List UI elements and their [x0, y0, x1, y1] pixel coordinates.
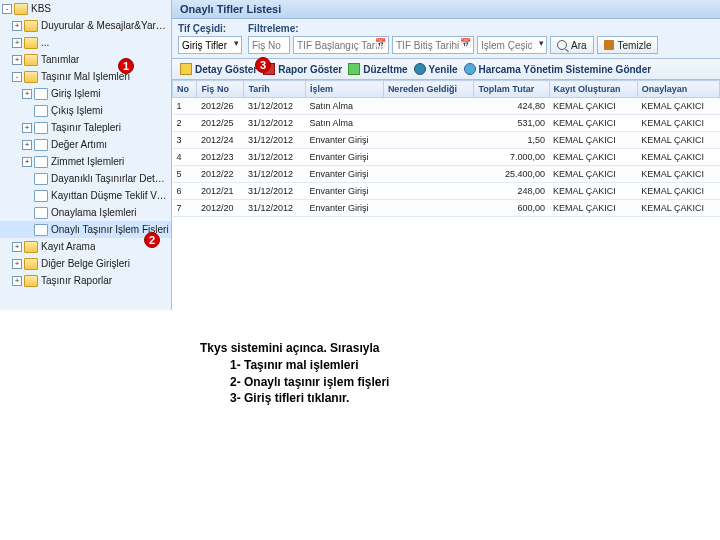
tree-node[interactable]: Çıkış İşlemi: [0, 102, 171, 119]
cell: KEMAL ÇAKICI: [549, 132, 637, 149]
expand-icon[interactable]: +: [22, 157, 32, 167]
expand-icon[interactable]: +: [12, 55, 22, 65]
collapse-icon[interactable]: -: [2, 4, 12, 14]
tree-node[interactable]: +Değer Artımı: [0, 136, 171, 153]
instruction-line: Tkys sistemini açınca. Sırasıyla: [200, 340, 720, 357]
tree-node[interactable]: +...: [0, 34, 171, 51]
collapse-icon[interactable]: -: [12, 72, 22, 82]
column-header[interactable]: Toplam Tutar: [474, 81, 549, 98]
expand-icon[interactable]: +: [12, 38, 22, 48]
page-icon: [34, 139, 48, 151]
table-row[interactable]: 12012/2631/12/2012Satın Alma424,80KEMAL …: [173, 98, 720, 115]
expand-icon[interactable]: +: [12, 242, 22, 252]
tree-node[interactable]: -Taşınır Mal İşlemleri: [0, 68, 171, 85]
table-row[interactable]: 52012/2231/12/2012Envanter Girişi25.400,…: [173, 166, 720, 183]
column-header[interactable]: Nereden Geldiği: [383, 81, 474, 98]
spacer: [22, 106, 32, 116]
cell: 2012/20: [197, 200, 244, 217]
cell: 31/12/2012: [244, 98, 306, 115]
tree-node-label: Giriş İşlemi: [51, 88, 100, 99]
tree-node-label: Kayıt Arama: [41, 241, 95, 252]
detail-button[interactable]: Detay Göster: [180, 63, 257, 75]
column-header[interactable]: Kayıt Oluşturan: [549, 81, 637, 98]
cell: 3: [173, 132, 197, 149]
report-label: Rapor Göster: [278, 64, 342, 75]
send-button[interactable]: Harcama Yönetim Sistemine Gönder: [464, 63, 652, 75]
cell: 2012/24: [197, 132, 244, 149]
cell: KEMAL ÇAKICI: [549, 166, 637, 183]
clear-button[interactable]: Temizle: [597, 36, 659, 54]
tree-node[interactable]: +Tanımlar: [0, 51, 171, 68]
fisno-input[interactable]: [248, 36, 290, 54]
column-header[interactable]: Fiş No: [197, 81, 244, 98]
cell: KEMAL ÇAKICI: [549, 98, 637, 115]
cell: Envanter Girişi: [306, 149, 384, 166]
cell: 6: [173, 183, 197, 200]
tree-node-label: Çıkış İşlemi: [51, 105, 103, 116]
filter-label: Filtreleme:: [248, 23, 658, 34]
cell: Envanter Girişi: [306, 166, 384, 183]
refresh-button[interactable]: Yenile: [414, 63, 458, 75]
table-row[interactable]: 62012/2131/12/2012Envanter Girişi248,00K…: [173, 183, 720, 200]
folder-icon: [24, 54, 38, 66]
cell: KEMAL ÇAKICI: [549, 115, 637, 132]
callout-3: 3: [255, 57, 271, 73]
cell: Envanter Girişi: [306, 183, 384, 200]
cell: KEMAL ÇAKICI: [637, 200, 719, 217]
expand-icon[interactable]: +: [22, 123, 32, 133]
column-header[interactable]: No: [173, 81, 197, 98]
cell: Envanter Girişi: [306, 200, 384, 217]
tree-node[interactable]: Kayıttan Düşme Teklif Ve Onay Tutanağı: [0, 187, 171, 204]
report-button[interactable]: Rapor Göster: [263, 63, 342, 75]
tree-node[interactable]: +Diğer Belge Girişleri: [0, 255, 171, 272]
filter-bar: Tif Çeşidi: Filtreleme: Ara Temizle: [172, 19, 720, 59]
table-row[interactable]: 32012/2431/12/2012Envanter Girişi1,50KEM…: [173, 132, 720, 149]
search-button[interactable]: Ara: [550, 36, 594, 54]
cell: 31/12/2012: [244, 149, 306, 166]
main-panel: Onaylı Tifler Listesi Tif Çeşidi: Filtre…: [172, 0, 720, 310]
tif-type-select[interactable]: [178, 36, 242, 54]
tree-node[interactable]: +Taşınır Raporlar: [0, 272, 171, 289]
column-header[interactable]: Tarih: [244, 81, 306, 98]
panel-title: Onaylı Tifler Listesi: [172, 0, 720, 19]
table-row[interactable]: 72012/2031/12/2012Envanter Girişi600,00K…: [173, 200, 720, 217]
islem-type-select[interactable]: [477, 36, 547, 54]
expand-icon[interactable]: +: [12, 21, 22, 31]
page-icon: [34, 156, 48, 168]
tree-node[interactable]: Dayanıklı Taşınırlar Detay Bilgileri: [0, 170, 171, 187]
end-date-input[interactable]: [392, 36, 474, 54]
cell: 2012/23: [197, 149, 244, 166]
edit-button[interactable]: Düzeltme: [348, 63, 407, 75]
tree-node-label: Diğer Belge Girişleri: [41, 258, 130, 269]
expand-icon[interactable]: +: [12, 276, 22, 286]
tree-node-label: Taşınır Mal İşlemleri: [41, 71, 130, 82]
search-icon: [557, 40, 567, 50]
tree-node[interactable]: +Zimmet İşlemleri: [0, 153, 171, 170]
expand-icon[interactable]: +: [22, 140, 32, 150]
column-header[interactable]: Onaylayan: [637, 81, 719, 98]
start-date-input[interactable]: [293, 36, 389, 54]
cell: 424,80: [474, 98, 549, 115]
cell: 2012/26: [197, 98, 244, 115]
expand-icon[interactable]: +: [22, 89, 32, 99]
cell: KEMAL ÇAKICI: [637, 166, 719, 183]
column-header[interactable]: İşlem: [306, 81, 384, 98]
action-toolbar: Detay Göster Rapor Göster Düzeltme Yenil…: [172, 59, 720, 80]
sidebar-tree[interactable]: -KBS+Duyurular & Mesajlar&Yardım+...+Tan…: [0, 0, 172, 310]
tree-node[interactable]: Onaylama İşlemleri: [0, 204, 171, 221]
tree-node[interactable]: +Taşınır Talepleri: [0, 119, 171, 136]
refresh-icon: [414, 63, 426, 75]
tree-node[interactable]: -KBS: [0, 0, 171, 17]
tree-node[interactable]: +Giriş İşlemi: [0, 85, 171, 102]
cell: Satın Alma: [306, 98, 384, 115]
table-row[interactable]: 42012/2331/12/2012Envanter Girişi7.000,0…: [173, 149, 720, 166]
edit-icon: [348, 63, 360, 75]
tif-type-label: Tif Çeşidi:: [178, 23, 242, 34]
tree-node-label: Değer Artımı: [51, 139, 107, 150]
spacer: [22, 174, 32, 184]
table-row[interactable]: 22012/2531/12/2012Satın Alma531,00KEMAL …: [173, 115, 720, 132]
data-grid[interactable]: NoFiş NoTarihİşlemNereden GeldiğiToplam …: [172, 80, 720, 310]
expand-icon[interactable]: +: [12, 259, 22, 269]
cell: 31/12/2012: [244, 200, 306, 217]
tree-node[interactable]: +Duyurular & Mesajlar&Yardım: [0, 17, 171, 34]
